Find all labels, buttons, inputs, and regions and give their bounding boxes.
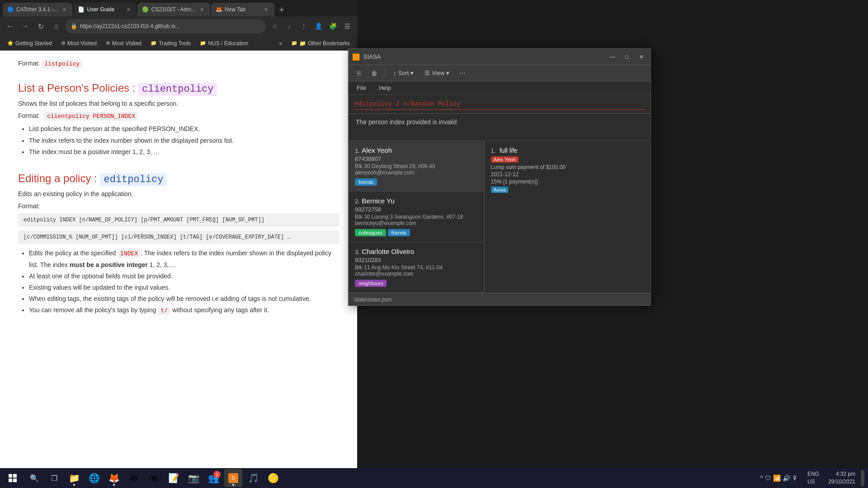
tray-shield-icon[interactable]: 🛡 — [765, 474, 771, 482]
taskbar-notepad-button[interactable]: 📝 — [165, 469, 183, 487]
section-heading-code-2: editpolicy — [100, 173, 167, 186]
taskbar-clock[interactable]: 4:32 pm 29/10/2021 — [825, 470, 859, 486]
bookmarks-overflow-button[interactable]: » — [276, 39, 286, 48]
policy-1-detail-2: 2021-12-12 — [491, 171, 644, 178]
siasa-menu-help[interactable]: Help — [376, 83, 394, 93]
tray-volume-icon[interactable]: 🔊 — [783, 474, 790, 482]
person-card-3[interactable]: 3. Charlotte Oliveiro 93210283 Blk 11 An… — [349, 242, 484, 293]
taskbar-edge-button[interactable]: 🌐 — [85, 469, 103, 487]
policy-1-number: 1. — [491, 147, 496, 154]
bullet-2-3: Existing values will be updated to the i… — [29, 282, 339, 293]
tab-catchr[interactable]: 🔵 CATcher 3.4.1 -... ✕ — [3, 3, 72, 16]
siasa-delete-button[interactable]: 🗑 — [368, 67, 381, 80]
tab-close-newtab[interactable]: ✕ — [263, 6, 270, 13]
view-icon: ☰ — [425, 70, 430, 76]
section-heading-text-1: List a Person's Policies : — [18, 82, 138, 94]
bullet-2-5: You can remove all the policy's tags by … — [29, 305, 339, 316]
person-2-tag-colleagues: colleagues — [355, 229, 386, 236]
siasa-menu-file[interactable]: File — [354, 83, 369, 93]
inline-code-t: t/ — [158, 306, 170, 315]
bookmark-star-icon[interactable]: ☆ — [269, 20, 281, 33]
new-tab-button[interactable]: + — [275, 4, 288, 16]
extensions-icon[interactable]: 🧩 — [326, 20, 339, 33]
taskbar-mail-button[interactable]: ✉ — [125, 469, 143, 487]
siasa-footer: \data\siasa.json — [349, 293, 651, 305]
tab-close-userguide[interactable]: ✕ — [125, 6, 132, 13]
back-button[interactable]: ← — [4, 20, 16, 33]
format-code-listpolicy: listpolicy — [42, 60, 82, 68]
taskbar: 🔍 ❐ 📁 🌐 🦊 ✉ 🛍 📝 📷 👥 S 🎵 🟡 ^ 🛡 📶 🔊 🎙 ENGU… — [0, 468, 868, 488]
format-label-1: Format: — [18, 112, 40, 119]
format-line-2: Format: — [18, 202, 339, 210]
profile-icon[interactable]: 👤 — [312, 20, 325, 33]
taskbar-system-tray: ^ 🛡 📶 🔊 🎙 — [756, 474, 802, 482]
page-content: Format: listpolicy List a Person's Polic… — [0, 51, 357, 488]
tab-title-newtab: New Tab — [225, 6, 260, 13]
siasa-toolbar: ⎘ 🗑 ↕ Sort ▾ ☰ View ▾ ··· — [349, 65, 651, 81]
download-icon[interactable]: ↓ — [283, 20, 296, 33]
tab-close-catchr[interactable]: ✕ — [61, 6, 68, 13]
bookmark-most-visited-1[interactable]: ⚙ Most Visited — [57, 39, 100, 48]
siasa-menubar: File Help — [349, 81, 651, 95]
view-chevron-icon: ▾ — [446, 70, 449, 76]
address-bar[interactable]: 🔒 https://ay2122s1-cs2103-f10-4.github.i… — [65, 19, 266, 33]
siasa-maximize-button[interactable]: □ — [622, 52, 632, 62]
bookmark-label-other: 📁 Other Bookmarks — [299, 40, 350, 47]
siasa-command-input[interactable] — [354, 99, 645, 110]
person-card-2[interactable]: 2. Bernice Yu 99272758 Blk 30 Lorong 3 S… — [349, 192, 484, 242]
tray-mic-icon[interactable]: 🎙 — [792, 474, 798, 482]
tab-close-cs2103[interactable]: ✕ — [198, 6, 206, 13]
taskbar-search-button[interactable]: 🔍 — [25, 469, 43, 487]
bookmark-getting-started[interactable]: ⭐ Getting Started — [4, 39, 56, 48]
start-button[interactable] — [4, 469, 22, 487]
bullet-1-2: The index refers to the index number sho… — [29, 135, 339, 146]
format-code-1: clientpolicy PERSON_INDEX — [44, 112, 138, 121]
tab-cs2103[interactable]: 🟢 CS2103/T - Adm... ✕ — [137, 3, 210, 16]
person-2-tag-friends: friends — [388, 229, 410, 236]
siasa-copy-button[interactable]: ⎘ — [352, 67, 366, 80]
section-heading-clientpolicy: List a Person's Policies : clientpolicy — [18, 82, 339, 95]
bullet-list-2: Edits the policy at the specified INDEX.… — [29, 248, 339, 316]
person-2-email: berniceyu@example.com — [355, 220, 478, 226]
home-button[interactable]: ⌂ — [50, 20, 62, 33]
person-card-1[interactable]: 1. Alex Yeoh 87438807 Blk 30 Geylang Str… — [349, 141, 484, 192]
format-code-2a: editpolicy INDEX [n/NAME_OF_POLICY] [p/P… — [18, 213, 339, 227]
siasa-toolbar-separator — [385, 69, 385, 78]
bookmark-most-visited-2[interactable]: ⚙ Most Visited — [102, 39, 145, 48]
taskbar-firefox-button[interactable]: 🦊 — [105, 469, 123, 487]
tab-newtab[interactable]: 🦊 New Tab ✕ — [211, 3, 274, 16]
taskbar-fileexplorer-button[interactable]: 📁 — [65, 469, 83, 487]
bullet-2-2: At least one of the optional fields must… — [29, 271, 339, 282]
tab-userguide[interactable]: 📄 User Guide ✕ — [73, 3, 137, 16]
tab-favicon-newtab: 🦊 — [216, 6, 222, 13]
reload-button[interactable]: ↻ — [34, 20, 47, 33]
person-1-address: Blk 30 Geylang Street 29, #06-40 — [355, 163, 478, 169]
taskbar-taskview-button[interactable]: ❐ — [45, 469, 63, 487]
tray-network-icon[interactable]: 📶 — [773, 474, 781, 482]
taskbar-show-desktop-button[interactable] — [861, 470, 864, 486]
address-text: https://ay2122s1-cs2103-f10-4.github.io.… — [80, 23, 260, 29]
taskbar-store-button[interactable]: 🛍 — [145, 469, 163, 487]
siasa-close-button[interactable]: ✕ — [636, 52, 647, 62]
siasa-window: 🟧 SIASA — □ ✕ ⎘ 🗑 ↕ Sort ▾ ☰ View ▾ ··· … — [348, 48, 651, 306]
taskbar-spotify-button[interactable]: 🎵 — [244, 469, 262, 487]
forward-button[interactable]: → — [19, 20, 32, 33]
taskbar-teams-button[interactable]: 👥 — [204, 469, 222, 487]
taskbar-camera-button[interactable]: 📷 — [184, 469, 203, 487]
bullet-1-1: List policies for the person at the spec… — [29, 123, 339, 135]
history-icon[interactable]: ⋮ — [297, 20, 310, 33]
tab-bar: 🔵 CATcher 3.4.1 -... ✕ 📄 User Guide ✕ 🟢 … — [0, 0, 357, 16]
person-2-header: 2. Bernice Yu — [355, 197, 478, 205]
tray-chevron-icon[interactable]: ^ — [760, 474, 763, 482]
siasa-persons-panel: 1. Alex Yeoh 87438807 Blk 30 Geylang Str… — [349, 141, 485, 293]
taskbar-siasa-button[interactable]: S — [224, 469, 242, 487]
siasa-view-button[interactable]: ☰ View ▾ — [420, 68, 454, 78]
bookmark-nus-education[interactable]: 📁 NUS / Education — [196, 39, 252, 48]
bookmark-other[interactable]: 📁 📁 Other Bookmarks — [288, 39, 354, 48]
bookmark-trading-tools[interactable]: 📁 Trading Tools — [147, 39, 194, 48]
taskbar-app-button[interactable]: 🟡 — [264, 469, 282, 487]
siasa-sort-button[interactable]: ↕ Sort ▾ — [389, 68, 418, 78]
siasa-more-button[interactable]: ··· — [456, 67, 469, 79]
siasa-minimize-button[interactable]: — — [607, 52, 618, 62]
menu-icon[interactable]: ☰ — [341, 20, 354, 33]
